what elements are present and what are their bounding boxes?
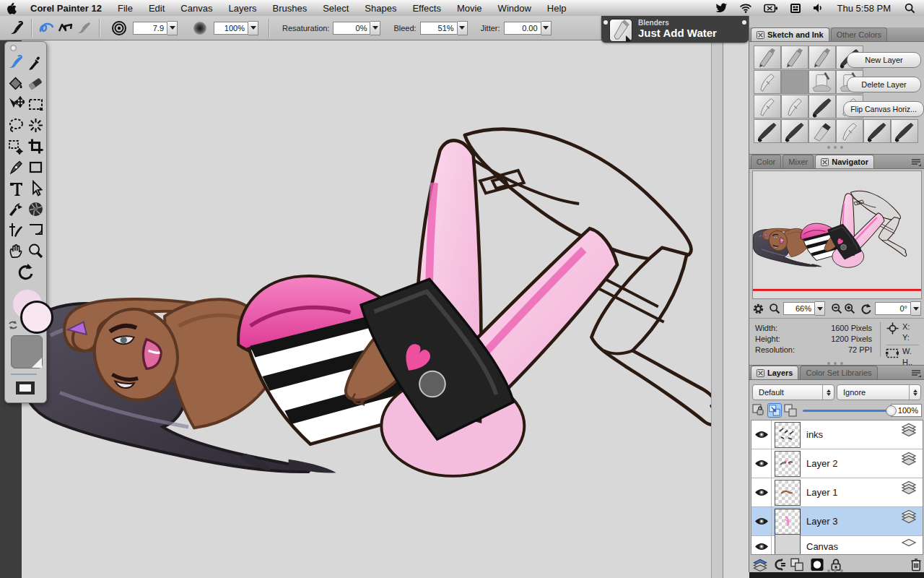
brush-swatch[interactable] <box>808 119 836 143</box>
layers-panel-menu-icon[interactable] <box>911 369 922 378</box>
brush-opacity-input[interactable]: 100% <box>214 22 248 35</box>
menu-file[interactable]: File <box>110 0 141 16</box>
app-menu[interactable]: Corel Painter 12 <box>22 0 110 16</box>
menu-effects[interactable]: Effects <box>404 0 449 16</box>
brush-swatch[interactable] <box>808 46 836 69</box>
rectangle-shape-tool[interactable] <box>26 158 45 176</box>
add-point-tool[interactable] <box>6 220 25 239</box>
twitter-menu-icon[interactable] <box>710 3 733 14</box>
delete-layer-button[interactable]: Delete Layer <box>847 77 921 92</box>
tab-layers[interactable]: Layers <box>751 366 798 379</box>
brush-tool-indicator-icon[interactable] <box>7 19 26 38</box>
magnifier-tool[interactable] <box>26 241 45 260</box>
brush-swatch[interactable] <box>754 119 781 143</box>
duplicate-layer-mini-icon[interactable] <box>784 404 797 417</box>
duplicate-layer-icon[interactable] <box>790 558 804 571</box>
magic-wand-tool[interactable] <box>26 116 45 134</box>
layer-thumbnail[interactable] <box>775 480 801 506</box>
navigator-panel-menu-icon[interactable] <box>911 158 922 167</box>
new-layer-button[interactable]: New Layer <box>847 52 921 68</box>
brush-swatch-selected[interactable] <box>781 70 808 94</box>
rotate-page-icon[interactable] <box>860 303 872 315</box>
menu-shapes[interactable]: Shapes <box>357 0 404 16</box>
navigator-rotation-dropdown[interactable] <box>911 301 921 316</box>
pen-tool[interactable] <box>6 158 25 176</box>
input-source-menu-icon[interactable] <box>784 3 807 14</box>
navigator-zoom-input[interactable]: 66% <box>783 302 815 315</box>
paper-selector-patch[interactable] <box>11 335 43 368</box>
brush-variant-label[interactable]: Just Add Water <box>638 27 717 39</box>
tab-other-colors[interactable]: Other Colors <box>831 27 887 41</box>
menu-select[interactable]: Select <box>315 0 357 16</box>
menu-edit[interactable]: Edit <box>141 0 173 16</box>
zoom-in-icon[interactable] <box>844 303 855 314</box>
transform-tool[interactable] <box>6 137 25 155</box>
spotlight-icon[interactable] <box>899 3 924 14</box>
screen-mode-toggle-icon[interactable] <box>14 380 36 396</box>
brush-swatch[interactable] <box>754 70 781 94</box>
layer-visibility-eye-icon[interactable] <box>751 507 772 535</box>
layer-thumbnail[interactable] <box>775 451 801 477</box>
navigator-settings-gear-icon[interactable] <box>752 303 764 315</box>
main-color-swatch[interactable] <box>20 301 53 334</box>
lasso-tool[interactable] <box>6 116 25 134</box>
text-tool[interactable] <box>6 178 25 197</box>
canvas-thumbnail[interactable] <box>775 534 801 556</box>
tab-color-set-libraries[interactable]: Color Set Libraries <box>800 366 877 379</box>
navigator-thumbnail[interactable] <box>752 171 922 299</box>
layer-adjuster-tool[interactable] <box>6 95 25 113</box>
apple-menu[interactable] <box>0 2 22 14</box>
menu-window[interactable]: Window <box>490 0 539 16</box>
layer-visibility-eye-icon[interactable] <box>751 478 772 506</box>
resaturation-dropdown[interactable] <box>370 21 380 35</box>
layer-name[interactable]: Canvas <box>806 541 838 552</box>
new-layer-icon[interactable] <box>752 558 768 571</box>
layer-name[interactable]: Layer 2 <box>806 458 837 469</box>
jitter-input[interactable]: 0.00 <box>504 22 541 35</box>
brush-swatch[interactable] <box>781 46 808 69</box>
layer-name[interactable]: Layer 1 <box>806 487 837 498</box>
menu-help[interactable]: Help <box>539 0 575 16</box>
aperture-effects-tool[interactable] <box>26 199 45 218</box>
layer-visibility-eye-icon[interactable] <box>751 536 772 555</box>
layer-name[interactable]: Layer 3 <box>806 516 837 527</box>
brush-swatch[interactable] <box>754 46 781 69</box>
bleed-dropdown[interactable] <box>458 21 468 35</box>
layer-opacity-slider[interactable] <box>803 405 886 415</box>
menu-brushes[interactable]: Brushes <box>264 0 315 16</box>
tab-navigator[interactable]: Navigator <box>815 155 874 168</box>
menu-layers[interactable]: Layers <box>220 0 264 16</box>
layer-thumbnail[interactable] <box>775 509 801 535</box>
tab-sketch-and-ink[interactable]: Sketch and Ink <box>751 27 829 41</box>
resaturation-input[interactable]: 0% <box>333 22 370 35</box>
menu-movie[interactable]: Movie <box>449 0 490 16</box>
toolbox-close-dot[interactable] <box>10 45 17 51</box>
layer-mask-icon[interactable] <box>810 558 824 571</box>
canvas-document[interactable] <box>0 40 749 578</box>
zoom-magnifier-icon[interactable] <box>769 303 780 314</box>
pickup-underlying-color-icon[interactable] <box>767 403 782 418</box>
brush-swatch[interactable] <box>781 95 808 118</box>
opacity-slider-knob[interactable] <box>886 405 897 416</box>
volume-menu-icon[interactable] <box>807 3 829 13</box>
wifi-menu-icon[interactable] <box>733 3 758 13</box>
zoom-out-icon[interactable] <box>831 303 842 314</box>
brush-tool[interactable] <box>6 53 25 72</box>
paint-bucket-tool[interactable] <box>6 74 25 92</box>
layer-row-layer2[interactable]: Layer 2 <box>751 449 923 478</box>
tab-mixer[interactable]: Mixer <box>783 155 814 168</box>
dropper-tool[interactable] <box>26 53 45 72</box>
toolbox-palette[interactable] <box>4 41 47 403</box>
brush-size-input[interactable]: 7.9 <box>133 22 167 35</box>
flip-canvas-button[interactable]: Flip Canvas Horiz... <box>843 101 924 117</box>
brush-swatch[interactable] <box>891 119 918 143</box>
canvas-area[interactable] <box>0 40 749 578</box>
layer-name[interactable]: inks <box>806 429 823 440</box>
brush-variant-icon[interactable] <box>609 19 632 42</box>
navigator-rotation-input[interactable]: 0° <box>875 302 911 315</box>
layer-row-layer3-selected[interactable]: Layer 3 <box>751 507 923 536</box>
shape-selection-tool[interactable] <box>26 178 45 197</box>
brush-opacity-dropdown[interactable] <box>248 21 258 35</box>
tab-color[interactable]: Color <box>751 155 781 168</box>
swap-colors-icon[interactable] <box>7 319 19 331</box>
